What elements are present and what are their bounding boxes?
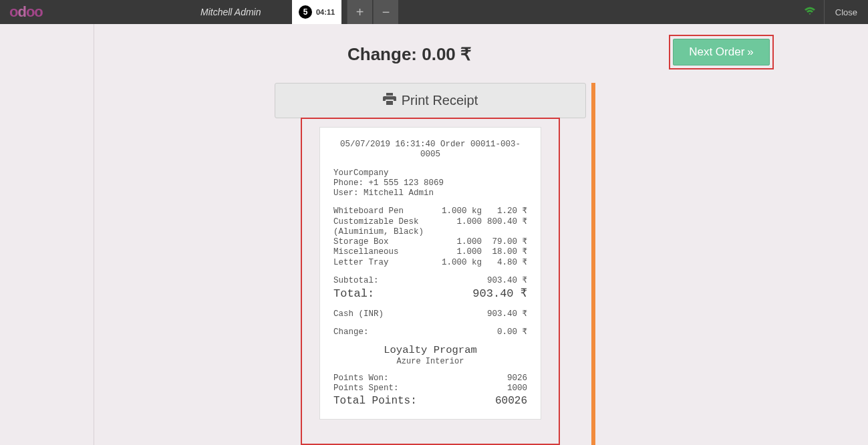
receipt: 05/07/2019 16:31:40 Order 00011-003-0005… [319, 127, 541, 420]
next-order-label: Next Order [689, 45, 744, 59]
add-tab-button[interactable]: + [347, 0, 372, 24]
receipt-total: Total:903.40 ₹ [333, 287, 527, 301]
receipt-item: Storage Box1.00079.00 ₹ [333, 237, 527, 247]
receipt-cash: Cash (INR)903.40 ₹ [333, 309, 527, 319]
receipt-item: Letter Tray1.000 kg4.80 ₹ [333, 258, 527, 268]
scrollbar[interactable] [591, 83, 595, 445]
total-points: Total Points:60026 [333, 395, 527, 408]
odoo-logo: odoo [0, 3, 52, 21]
printer-icon [383, 93, 396, 108]
close-button[interactable]: Close [824, 0, 868, 24]
points-spent: Points Spent:1000 [333, 384, 527, 394]
loyalty-heading: Loyalty Program [333, 344, 527, 357]
topbar: odoo Mitchell Admin 5 04:11 + − Close [0, 0, 868, 24]
print-receipt-button[interactable]: Print Receipt [275, 83, 586, 118]
print-receipt-label: Print Receipt [402, 93, 478, 108]
receipt-user: User: Mitchell Admin [333, 188, 527, 198]
loyalty-subtitle: Azure Interior [333, 357, 527, 367]
receipt-items: Whiteboard Pen1.000 kg1.20 ₹Customizable… [333, 206, 527, 268]
tab-badge: 5 [299, 5, 312, 19]
receipt-item: Customizable Desk (Aluminium, Black)1.00… [333, 217, 527, 238]
receipt-phone: Phone: +1 555 123 8069 [333, 178, 527, 188]
wifi-icon [796, 7, 824, 18]
chevron-double-right-icon: » [747, 45, 753, 59]
remove-tab-button[interactable]: − [373, 0, 398, 24]
plus-icon: + [356, 5, 364, 20]
minus-icon: − [382, 5, 390, 20]
change-amount-heading: Change: 0.00 ₹ [347, 44, 472, 65]
receipt-subtotal: Subtotal:903.40 ₹ [333, 276, 527, 286]
tab-time: 04:11 [316, 8, 335, 16]
points-won: Points Won:9026 [333, 374, 527, 384]
receipt-item: Whiteboard Pen1.000 kg1.20 ₹ [333, 206, 527, 216]
receipt-item: Miscellaneous1.00018.00 ₹ [333, 247, 527, 257]
receipt-change: Change:0.00 ₹ [333, 327, 527, 337]
receipt-company: YourCompany [333, 168, 527, 178]
main-area: Change: 0.00 ₹ Next Order » Print Receip… [0, 24, 868, 445]
order-tab[interactable]: 5 04:11 [292, 0, 341, 24]
next-order-button[interactable]: Next Order » [673, 39, 770, 65]
left-divider [94, 24, 94, 445]
topbar-right: Close [796, 0, 868, 24]
username-label: Mitchell Admin [200, 7, 261, 17]
receipt-order-line: 05/07/2019 16:31:40 Order 00011-003-0005 [333, 140, 527, 160]
